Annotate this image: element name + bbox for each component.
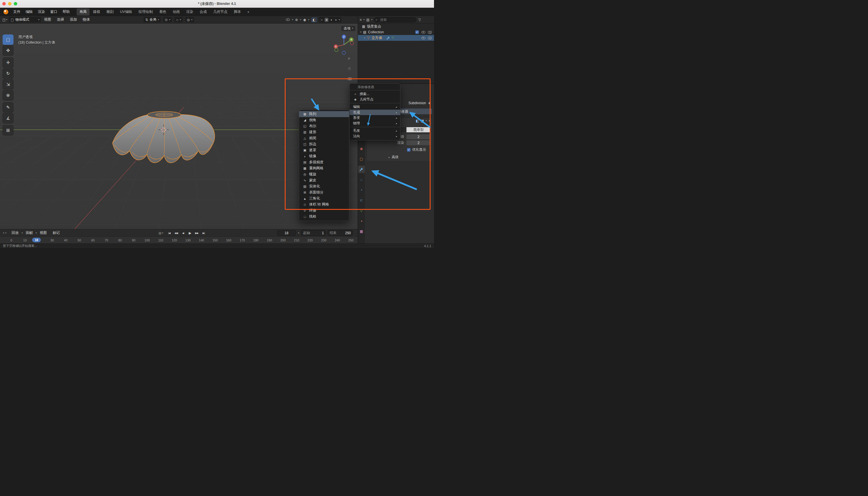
workspace-tab-shading[interactable]: 着色 [156,8,169,16]
use-preview-range-icon[interactable]: ◔ [297,231,299,235]
menu-add[interactable]: 添加 [67,17,80,22]
submenu-item-screw[interactable]: ◎螺旋 [299,171,349,177]
shading-wireframe-icon[interactable]: ○ [321,18,323,21]
editor-type-icon[interactable]: ◳ [2,18,5,21]
zoom-view-icon[interactable]: ⌕ [348,56,350,61]
tab-physics[interactable]: ◔ [358,186,365,194]
menu-marker[interactable]: 标记 [50,231,63,235]
tool-annotate[interactable]: ✎ [3,102,14,112]
navigation-gizmo[interactable]: Z Y X [332,33,355,56]
next-keyframe-button[interactable]: ▶▶ [194,231,200,236]
tab-object-data[interactable]: ▽ [358,207,365,214]
prev-keyframe-button[interactable]: ◀◀ [173,231,180,236]
mode-dropdown[interactable]: ▢ 物体模式 ▾ [9,17,41,22]
pan-view-icon[interactable]: ☝ [348,66,351,71]
chevron-down-icon[interactable]: ▾ [339,19,340,21]
menu-item-normals[interactable]: 法向 ▸ [350,134,400,139]
hide-eye-icon[interactable] [421,31,425,34]
menu-select[interactable]: 选择 [54,17,67,22]
delete-modifier-icon[interactable]: × [429,119,431,123]
disable-render-camera-icon[interactable] [428,37,432,39]
expand-caret-icon[interactable]: ▾ [360,31,361,33]
outliner-search-input[interactable] [374,17,417,22]
timeline-editor-icon[interactable]: ◔ [2,231,4,235]
auto-keying-icon[interactable]: ◎ [158,231,161,235]
collection-checkbox[interactable]: ✓ [415,30,419,34]
proportional-edit-dropdown[interactable]: ◎ ▾ [185,17,194,22]
editmode-display-toggle-icon[interactable]: ◧ [416,119,419,123]
menu-playback[interactable]: 回放 [9,231,21,235]
chevron-down-icon[interactable]: ▾ [300,19,301,21]
chevron-down-icon[interactable]: ▾ [292,19,293,21]
frame-start-field[interactable]: 起始 1 [301,230,326,236]
menu-object[interactable]: 物体 [80,17,93,22]
submenu-item-multires[interactable]: ▤多级精度 [299,159,349,165]
collapsed-caret-icon[interactable]: ▾ [364,37,366,38]
modifier-extras-icon[interactable]: ▾ [426,120,427,122]
menu-item-geometry-nodes[interactable]: ◈ 几何节点 [350,97,400,102]
workspace-tab-scripting[interactable]: 脚本 [231,8,244,16]
tab-particles[interactable]: ∴ [358,176,365,183]
submenu-item-volume-to-mesh[interactable]: ◇体积 转 网格 [299,202,349,207]
menu-item-generate[interactable]: 生成 ▸ [350,110,400,115]
chevron-down-icon[interactable]: ▾ [363,19,365,21]
shading-solid-icon[interactable]: ● [325,18,328,22]
play-button[interactable]: ▶ [187,231,193,236]
menu-item-search[interactable]: ⌕ 搜索... [350,91,400,97]
tab-modifiers[interactable] [358,166,365,173]
outliner-row-scene-collection[interactable]: ▦ 场景集合 [358,24,434,29]
pin-icon[interactable]: ◉ [428,102,431,105]
xray-toggle-icon[interactable]: ◧ [311,17,317,22]
menu-view[interactable]: 视图 [41,17,54,22]
workspace-add-button[interactable]: + [244,9,252,15]
camera-view-icon[interactable] [348,78,352,80]
playhead-frame-badge[interactable]: 18 [32,238,41,242]
visibility-eye-icon[interactable] [286,18,290,21]
menu-keying[interactable]: 插帧 [23,231,35,235]
workspace-tab-texpaint[interactable]: 纹理绘制 [136,8,156,16]
chevron-down-icon[interactable]: ▾ [308,19,309,21]
blender-logo-icon[interactable] [3,10,8,14]
frame-end-field[interactable]: 结束 250 [327,230,353,236]
submenu-item-edge-split[interactable]: ◫拆边 [299,141,349,147]
tool-transform[interactable]: ⊕ [3,90,14,100]
workspace-tab-sculpt[interactable]: 雕刻 [104,8,117,16]
current-frame-field[interactable]: 18 [277,230,296,236]
workspace-tab-layout[interactable]: 布局 [77,8,90,16]
overlays-toggle-icon[interactable]: ◉ [303,18,306,21]
hide-eye-icon[interactable] [421,37,425,39]
submenu-item-triangulate[interactable]: ▲三角化 [299,196,349,202]
outliner-filter-icon[interactable]: ▤ [366,18,369,21]
menu-item-physics[interactable]: 物理 ▸ [350,121,400,126]
submenu-item-array[interactable]: ▦阵列 [299,111,349,117]
shading-rendered-icon[interactable]: ◑ [335,18,337,21]
tool-add-cube[interactable]: ⊞ [3,125,14,136]
tool-scale[interactable]: ⇲ [3,79,14,90]
workspace-tab-animation[interactable]: 动画 [170,8,183,16]
optimal-display-checkbox[interactable]: ✓ [407,148,410,152]
levels-viewport-field[interactable]: 2 [406,134,431,139]
submenu-item-wireframe[interactable]: □线框 [299,214,349,220]
menu-item-edit[interactable]: 编辑 ▸ [350,104,400,110]
outliner-row-collection[interactable]: ▾ ▤ Collection ✓ [358,29,434,35]
menu-file[interactable]: 文件 [11,8,23,16]
chevron-down-icon[interactable]: ▾ [371,19,372,21]
menu-item-deform[interactable]: 形变 ▸ [350,115,400,121]
chevron-down-icon[interactable]: ▾ [6,19,7,21]
submenu-item-decimate[interactable]: △精简 [299,135,349,141]
tool-cursor[interactable]: ✜ [3,45,14,56]
tool-move[interactable]: ✛ [3,58,14,68]
transform-orientation-dropdown[interactable]: ⇅ 全局 ▾ [143,17,161,22]
submenu-item-mirror[interactable]: ◗镜像 [299,153,349,159]
gizmo-neg-x-axis[interactable] [350,41,354,45]
submenu-item-build[interactable]: ▥建形 [299,129,349,135]
menu-window[interactable]: 窗口 [48,8,60,16]
gizmo-neg-y-axis[interactable] [335,48,338,52]
submenu-item-weld[interactable]: ∪焊接 [299,207,349,214]
timeline-ruler[interactable]: 0 10 20 30 40 50 60 70 80 90 100 110 120… [0,236,358,244]
outliner-display-mode-icon[interactable]: ≡ [360,18,362,21]
tool-measure[interactable]: ∡ [3,113,14,123]
subdivision-type-simple-button[interactable]: 简单型 [406,127,431,132]
workspace-tab-modeling[interactable]: 建模 [90,8,103,16]
tab-world[interactable]: ◉ [358,145,365,152]
